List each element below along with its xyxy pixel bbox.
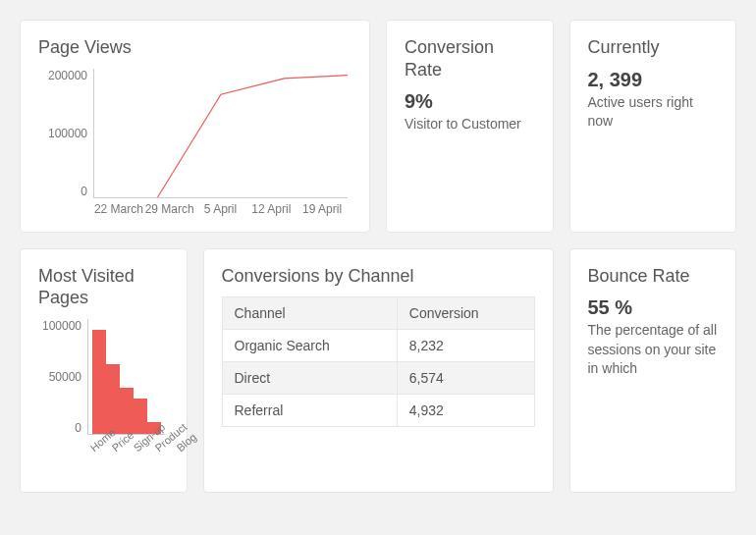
conversion-rate-title: Conversion Rate <box>405 36 535 80</box>
bar <box>120 388 134 434</box>
cell-channel: Referral <box>222 395 397 427</box>
table-header-row: Channel Conversion <box>222 297 534 330</box>
cell-channel: Direct <box>222 362 397 395</box>
line-y-tick: 100000 <box>38 127 87 140</box>
currently-title: Currently <box>588 36 719 59</box>
most-visited-title: Most Visited Pages <box>38 265 169 309</box>
bar <box>134 399 147 433</box>
bar-y-labels: 100000 50000 0 <box>38 319 87 435</box>
bar-y-tick: 0 <box>38 421 81 435</box>
bar-plot-area <box>87 319 165 435</box>
bounce-rate-card: Bounce Rate 55 % The percentage of all s… <box>569 248 737 493</box>
conversion-rate-sub: Visitor to Customer <box>405 115 535 134</box>
pageviews-card: Page Views 200000 100000 0 22 March 29 M… <box>20 20 370 233</box>
bounce-rate-sub: The percentage of all sessions on your s… <box>588 321 719 379</box>
bounce-rate-value: 55 % <box>588 296 719 319</box>
dashboard-grid: Page Views 200000 100000 0 22 March 29 M… <box>20 20 736 493</box>
cell-conv: 6,574 <box>397 362 534 395</box>
line-y-labels: 200000 100000 0 <box>38 69 93 198</box>
conversions-table: Channel Conversion Organic Search 8,232 … <box>222 296 535 427</box>
bar-x-labels: Home Price Sign-up Product Blog <box>87 435 165 476</box>
col-conversion: Conversion <box>397 297 534 330</box>
conversion-rate-value: 9% <box>405 90 535 113</box>
line-svg <box>94 69 348 197</box>
most-visited-card: Most Visited Pages 100000 50000 0 Home P… <box>20 248 188 493</box>
currently-value: 2, 399 <box>588 69 719 91</box>
line-plot-area <box>93 69 348 198</box>
currently-sub: Active users right now <box>588 93 719 132</box>
line-y-tick: 0 <box>38 185 87 198</box>
line-x-labels: 22 March 29 March 5 April 12 April 19 Ap… <box>93 202 348 216</box>
table-row: Direct 6,574 <box>222 362 534 395</box>
line-series <box>158 75 349 196</box>
col-channel: Channel <box>222 297 397 330</box>
bar <box>106 364 120 433</box>
table-row: Referral 4,932 <box>222 395 534 427</box>
line-x-tick: 22 March <box>93 202 144 216</box>
conversion-rate-card: Conversion Rate 9% Visitor to Customer <box>386 20 554 233</box>
conversions-title: Conversions by Channel <box>222 265 535 288</box>
line-x-tick: 19 April <box>297 202 348 216</box>
most-visited-barchart: 100000 50000 0 Home Price Sign-up Produc… <box>38 319 169 476</box>
line-x-tick: 12 April <box>245 202 297 216</box>
cell-channel: Organic Search <box>222 330 397 362</box>
bounce-rate-title: Bounce Rate <box>588 265 719 288</box>
bar <box>92 330 106 433</box>
cell-conv: 4,932 <box>397 395 534 427</box>
conversions-card: Conversions by Channel Channel Conversio… <box>203 248 554 493</box>
pageviews-title: Page Views <box>38 36 351 59</box>
table-row: Organic Search 8,232 <box>222 330 534 362</box>
pageviews-linechart: 200000 100000 0 22 March 29 March 5 Apri… <box>38 69 351 216</box>
cell-conv: 8,232 <box>397 330 534 362</box>
bar-y-tick: 50000 <box>38 370 81 384</box>
bar-y-tick: 100000 <box>38 319 81 333</box>
currently-card: Currently 2, 399 Active users right now <box>569 20 737 233</box>
line-x-tick: 5 April <box>195 202 246 216</box>
line-y-tick: 200000 <box>38 69 87 82</box>
line-x-tick: 29 March <box>144 202 195 216</box>
